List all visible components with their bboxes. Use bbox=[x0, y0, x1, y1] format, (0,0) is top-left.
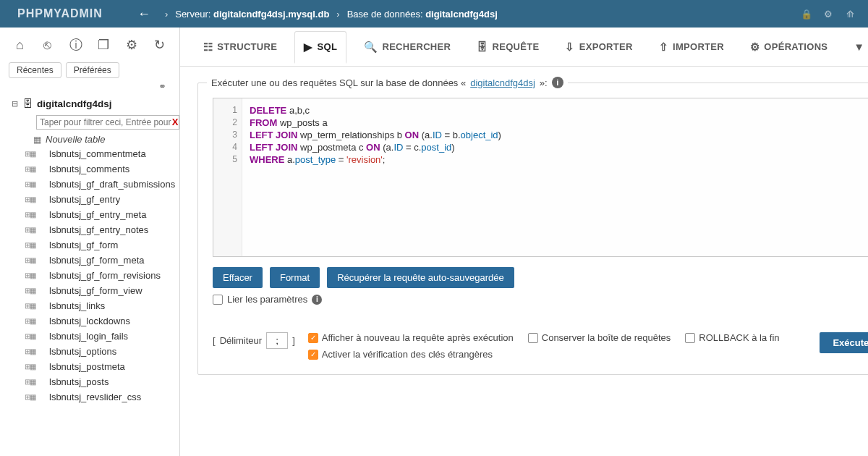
sidebar: ⌂ ⎋ ⓘ ❐ ⚙ ↻ Récentes Préférées ⚭ ⊟ 🗄 dig… bbox=[0, 28, 180, 456]
info-icon[interactable]: i bbox=[552, 77, 563, 88]
app-logo: PHPMYADMIN bbox=[17, 7, 103, 20]
tab-import[interactable]: ⇧IMPORTER bbox=[650, 32, 733, 62]
link-icon[interactable]: ⚭ bbox=[0, 81, 179, 95]
table-tree-icon: ⊞▦ bbox=[25, 393, 46, 401]
tab-favorites[interactable]: Préférées bbox=[66, 62, 119, 78]
table-row[interactable]: ⊞▦lsbnutsj_gf_form_view bbox=[25, 283, 179, 298]
bind-params-label: Lier les paramètres bbox=[227, 294, 307, 305]
tab-query[interactable]: 🗄REQUÊTE bbox=[468, 32, 548, 62]
tables-list: ⊞▦lsbnutsj_commentmeta⊞▦lsbnutsj_comment… bbox=[0, 146, 179, 405]
table-row[interactable]: ⊞▦lsbnutsj_links bbox=[25, 298, 179, 313]
execute-button[interactable]: Exécuter bbox=[820, 332, 868, 353]
filter-input[interactable] bbox=[36, 115, 179, 130]
delimiter-group: [ Délimiteur ] bbox=[213, 332, 295, 349]
new-table-link[interactable]: ▦ Nouvelle table bbox=[0, 132, 179, 146]
tab-operations[interactable]: ⚙OPÉRATIONS bbox=[741, 32, 836, 62]
show-again-label: Afficher à nouveau la requête après exéc… bbox=[322, 332, 514, 343]
info-icon[interactable]: i bbox=[312, 295, 322, 305]
table-row[interactable]: ⊞▦lsbnutsj_options bbox=[25, 344, 179, 359]
new-table-icon: ▦ bbox=[33, 135, 41, 145]
tab-structure[interactable]: ☷STRUCTURE bbox=[195, 32, 286, 62]
play-icon: ▶ bbox=[304, 41, 312, 54]
table-tree-icon: ⊞▦ bbox=[25, 241, 46, 249]
table-row[interactable]: ⊞▦lsbnutsj_posts bbox=[25, 374, 179, 389]
breadcrumb-sep: › bbox=[336, 9, 339, 20]
table-row[interactable]: ⊞▦lsbnutsj_gf_entry bbox=[25, 192, 179, 207]
tab-search[interactable]: 🔍RECHERCHER bbox=[355, 32, 459, 62]
filter-input-wrap: X bbox=[36, 115, 179, 130]
table-row[interactable]: ⊞▦lsbnutsj_gf_entry_notes bbox=[25, 222, 179, 237]
tab-export[interactable]: ⇩EXPORTER bbox=[556, 32, 641, 62]
table-name: lsbnutsj_revslider_css bbox=[49, 392, 141, 402]
table-tree-icon: ⊞▦ bbox=[25, 302, 46, 310]
database-icon: 🗄 bbox=[22, 98, 33, 109]
table-tree-icon: ⊞▦ bbox=[25, 165, 46, 173]
table-row[interactable]: ⊞▦lsbnutsj_commentmeta bbox=[25, 146, 179, 161]
recover-button[interactable]: Récupérer la requête auto-sauvegardée bbox=[327, 267, 514, 288]
bind-params-checkbox[interactable] bbox=[213, 295, 223, 305]
code-area[interactable]: DELETE a,b,c FROM wp_posts a LEFT JOIN w… bbox=[242, 98, 509, 256]
reload-icon[interactable]: ↻ bbox=[150, 37, 170, 53]
export-icon: ⇩ bbox=[565, 41, 574, 54]
clear-button[interactable]: Effacer bbox=[213, 267, 263, 288]
keep-box-checkbox[interactable] bbox=[528, 333, 538, 343]
table-row[interactable]: ⊞▦lsbnutsj_comments bbox=[25, 161, 179, 177]
table-tree-icon: ⊞▦ bbox=[25, 150, 46, 158]
table-tree-icon: ⊞▦ bbox=[25, 211, 46, 219]
table-row[interactable]: ⊞▦lsbnutsj_gf_form_meta bbox=[25, 253, 179, 268]
delimiter-label: Délimiteur bbox=[220, 335, 263, 346]
db-tree-node[interactable]: ⊟ 🗄 digitalcndfg4dsj bbox=[0, 95, 179, 112]
sql-fieldset: Exécuter une ou des requêtes SQL sur la … bbox=[197, 83, 868, 375]
copy-icon[interactable]: ❐ bbox=[93, 37, 114, 53]
table-tree-icon: ⊞▦ bbox=[25, 271, 46, 279]
docs-icon[interactable]: ⓘ bbox=[66, 36, 86, 54]
table-row[interactable]: ⊞▦lsbnutsj_lockdowns bbox=[25, 313, 179, 329]
home-icon[interactable]: ⌂ bbox=[9, 38, 30, 53]
table-name: lsbnutsj_gf_entry_notes bbox=[49, 224, 148, 235]
table-name: lsbnutsj_gf_form_meta bbox=[49, 255, 145, 266]
collapse-icon[interactable]: ⟰ bbox=[843, 7, 856, 20]
line-gutter: 12345 bbox=[213, 98, 242, 256]
new-table-label: Nouvelle table bbox=[46, 134, 105, 145]
lock-icon[interactable]: 🔒 bbox=[800, 7, 813, 20]
database-icon: 🗄 bbox=[477, 41, 488, 53]
table-tree-icon: ⊞▦ bbox=[25, 332, 46, 340]
show-again-checkbox[interactable]: ✓ bbox=[308, 333, 318, 343]
clear-filter-icon[interactable]: X bbox=[172, 117, 179, 127]
structure-icon: ☷ bbox=[203, 41, 213, 54]
table-row[interactable]: ⊞▦lsbnutsj_gf_form_revisions bbox=[25, 268, 179, 283]
tab-recent[interactable]: Récentes bbox=[9, 62, 61, 78]
table-row[interactable]: ⊞▦lsbnutsj_postmeta bbox=[25, 359, 179, 374]
back-arrow-icon[interactable]: ← bbox=[137, 7, 150, 22]
table-tree-icon: ⊞▦ bbox=[25, 180, 46, 188]
table-tree-icon: ⊞▦ bbox=[25, 317, 46, 325]
table-name: lsbnutsj_commentmeta bbox=[49, 148, 146, 159]
table-row[interactable]: ⊞▦lsbnutsj_revslider_css bbox=[25, 389, 179, 405]
sql-editor[interactable]: 12345 DELETE a,b,c FROM wp_posts a LEFT … bbox=[213, 98, 868, 257]
logout-icon[interactable]: ⎋ bbox=[38, 38, 58, 53]
nav-tabs: ☷STRUCTURE ▶SQL 🔍RECHERCHER 🗄REQUÊTE ⇩EX… bbox=[180, 28, 868, 67]
settings-icon[interactable]: ⚙ bbox=[822, 7, 835, 20]
breadcrumb-db[interactable]: Base de données: digitalcndfg4dsj bbox=[347, 9, 498, 20]
legend-db-link[interactable]: digitalcndfg4dsj bbox=[470, 77, 535, 88]
format-button[interactable]: Format bbox=[270, 267, 320, 288]
fk-check-checkbox[interactable]: ✓ bbox=[308, 350, 318, 360]
gear-icon[interactable]: ⚙ bbox=[122, 37, 142, 53]
tab-more[interactable]: ▼PLUS bbox=[845, 32, 868, 62]
breadcrumb-server[interactable]: Serveur: digitalcndfg4dsj.mysql.db bbox=[175, 9, 329, 20]
table-name: lsbnutsj_links bbox=[49, 300, 105, 311]
table-row[interactable]: ⊞▦lsbnutsj_gf_form bbox=[25, 237, 179, 253]
table-row[interactable]: ⊞▦lsbnutsj_gf_entry_meta bbox=[25, 207, 179, 222]
table-row[interactable]: ⊞▦lsbnutsj_gf_draft_submissions bbox=[25, 177, 179, 192]
table-row[interactable]: ⊞▦lsbnutsj_login_fails bbox=[25, 329, 179, 344]
table-name: lsbnutsj_options bbox=[49, 346, 116, 357]
rollback-label: ROLLBACK à la fin bbox=[699, 332, 779, 343]
gear-icon: ⚙ bbox=[750, 41, 760, 54]
table-name: lsbnutsj_login_fails bbox=[49, 331, 128, 342]
expand-icon[interactable]: ⊟ bbox=[12, 99, 18, 109]
table-name: lsbnutsj_lockdowns bbox=[49, 316, 130, 326]
tab-sql[interactable]: ▶SQL bbox=[294, 31, 346, 64]
rollback-checkbox[interactable] bbox=[685, 333, 695, 343]
delimiter-input[interactable] bbox=[266, 332, 288, 349]
breadcrumb: ← › Serveur: digitalcndfg4dsj.mysql.db ›… bbox=[137, 7, 498, 22]
